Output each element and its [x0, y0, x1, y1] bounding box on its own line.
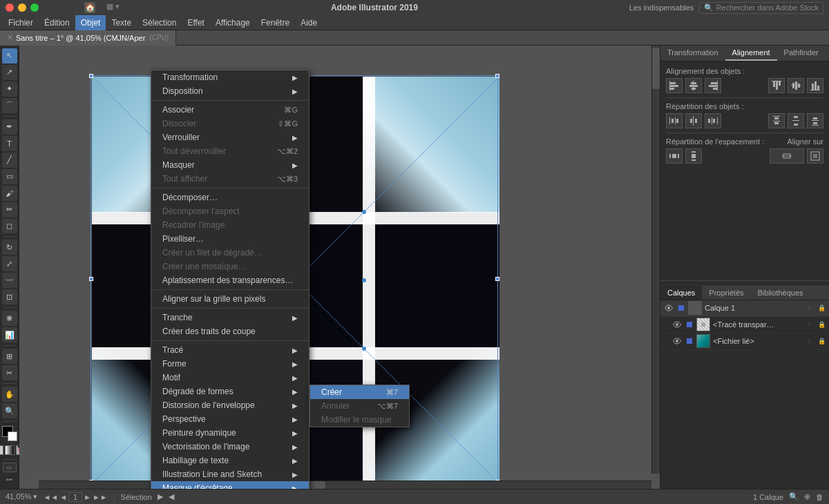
menu-masque-ecretage[interactable]: Masque d'écrêtage ▶: [151, 481, 309, 489]
screen-mode-btn[interactable]: ▭: [3, 463, 17, 472]
slice-tool[interactable]: ✂: [2, 365, 17, 380]
page-last[interactable]: ►►: [93, 493, 108, 501]
tab-transformation[interactable]: Transformation: [660, 46, 725, 61]
menu-fenetre[interactable]: Fenêtre: [256, 15, 295, 30]
zoom-level[interactable]: 41,05% ▾: [6, 492, 37, 501]
pen-tool[interactable]: ✒: [2, 119, 17, 135]
layer-3[interactable]: <Fichier lié> ○ 🔒: [660, 333, 829, 350]
tool-mode-arrow[interactable]: ▶: [158, 492, 163, 501]
artboard-tool[interactable]: ⊞: [2, 349, 17, 364]
menu-vectorisation[interactable]: Vectorisation de l'image ▶: [151, 440, 309, 454]
menu-mosaique[interactable]: Créer une mosaïque…: [151, 260, 309, 273]
menu-pixelliser[interactable]: Pixelliser…: [151, 232, 309, 246]
type-tool[interactable]: T: [2, 136, 17, 151]
menu-motif[interactable]: Motif ▶: [151, 371, 309, 385]
doc-tab[interactable]: ✕ Sans titre – 1° @ 41,05% (CMJN/Aper (C…: [0, 30, 176, 46]
fill-stroke[interactable]: [2, 426, 17, 441]
menu-transformation[interactable]: Transformation ▶: [151, 70, 309, 84]
menu-peinture-dynamique[interactable]: Peinture dynamique ▶: [151, 426, 309, 440]
magic-wand-tool[interactable]: ✦: [2, 81, 17, 97]
scale-tool[interactable]: ⤢: [2, 256, 17, 271]
align-left-btn[interactable]: [666, 78, 683, 93]
menu-recadrer[interactable]: Recadrer l'image: [151, 218, 309, 232]
tab-bibliotheques[interactable]: Bibliothèques: [751, 286, 810, 300]
zoom-tool[interactable]: 🔍: [2, 403, 17, 418]
direct-selection-tool[interactable]: ↗: [2, 65, 17, 80]
extra-tools[interactable]: •••: [6, 474, 12, 486]
layer-visibility-1[interactable]: [663, 302, 674, 313]
paintbrush-tool[interactable]: 🖌: [2, 186, 17, 201]
menu-aide[interactable]: Aide: [295, 15, 323, 30]
new-layer-icon[interactable]: ⊕: [804, 492, 810, 501]
column-graph-tool[interactable]: 📊: [2, 327, 17, 342]
pencil-tool[interactable]: ✏: [2, 202, 17, 217]
dist-bottom-btn[interactable]: [807, 113, 823, 128]
menu-aplatissement[interactable]: Aplatissement des transparences…: [151, 273, 309, 287]
solid-fill-icon[interactable]: [0, 445, 3, 455]
free-transform-tool[interactable]: ⊡: [2, 289, 17, 304]
page-first[interactable]: ◄◄: [43, 493, 58, 501]
line-tool[interactable]: ╱: [2, 153, 17, 168]
dist-top-btn[interactable]: [768, 113, 785, 128]
home-icon[interactable]: 🏠: [84, 2, 95, 13]
menu-tout-afficher[interactable]: Tout afficher ⌥⌘3: [151, 172, 309, 186]
hand-tool[interactable]: ✋: [2, 387, 17, 402]
gradient-fill-icon[interactable]: [5, 445, 15, 455]
app-switcher[interactable]: ▦ ▾: [106, 2, 120, 13]
menu-texte[interactable]: Texte: [106, 15, 137, 30]
menu-disposition[interactable]: Disposition ▶: [151, 84, 309, 98]
dist-center-h-btn[interactable]: [685, 113, 702, 128]
zoom-down-arrow[interactable]: ▾: [33, 492, 37, 501]
align-to-page-btn[interactable]: [807, 148, 823, 164]
align-top-btn[interactable]: [768, 78, 785, 93]
menu-edition[interactable]: Édition: [39, 15, 75, 30]
align-right-btn[interactable]: [705, 78, 721, 93]
menu-verrouiller[interactable]: Verrouiller ▶: [151, 130, 309, 144]
delete-layer-icon[interactable]: 🗑: [816, 493, 823, 501]
search-layers-icon[interactable]: 🔍: [789, 492, 799, 501]
menu-fichier[interactable]: Fichier: [3, 15, 39, 30]
layer-options-1[interactable]: ○: [804, 303, 814, 313]
menu-dissocier[interactable]: Dissocier ⇧⌘G: [151, 117, 309, 130]
tool-options-arrow[interactable]: ◀: [169, 492, 174, 501]
align-to-btn[interactable]: [770, 148, 804, 164]
align-bottom-btn[interactable]: [807, 78, 823, 93]
dist-right-btn[interactable]: [705, 113, 721, 128]
page-prev[interactable]: ◄: [59, 493, 67, 501]
menu-illustration-line[interactable]: Illustration Line and Sketch ▶: [151, 467, 309, 481]
dist-middle-btn[interactable]: [788, 113, 804, 128]
menu-forme[interactable]: Forme ▶: [151, 357, 309, 371]
menu-tout-deverrouiller[interactable]: Tout déverrouiller ⌥⌘2: [151, 144, 309, 158]
menu-trace[interactable]: Tracé ▶: [151, 343, 309, 357]
align-middle-btn[interactable]: [788, 78, 804, 93]
menu-selection[interactable]: Sélection: [137, 15, 182, 30]
menu-decomposer-aspect[interactable]: Décomposer l'aspect: [151, 204, 309, 218]
eraser-tool[interactable]: ◻: [2, 219, 17, 234]
symbol-sprayer-tool[interactable]: ❋: [2, 311, 17, 326]
close-tab-icon[interactable]: ✕: [7, 33, 13, 42]
lasso-tool[interactable]: ⌒: [2, 98, 17, 113]
submenu-modifier[interactable]: Modifier le masque: [310, 413, 409, 427]
menu-distorsion[interactable]: Distorsion de l'enveloppe ▶: [151, 398, 309, 412]
align-center-h-btn[interactable]: [685, 78, 702, 93]
menu-aligner-grille[interactable]: Aligner sur la grille en pixels: [151, 292, 309, 306]
menu-habillage-texte[interactable]: Habillage de texte ▶: [151, 454, 309, 467]
spacing-v-btn[interactable]: [685, 148, 702, 164]
menu-masquer[interactable]: Masquer ▶: [151, 158, 309, 172]
menu-decomposer[interactable]: Décomposer…: [151, 191, 309, 204]
layer-2[interactable]: ▦ <Tracé transpar… ○ 🔒: [660, 317, 829, 333]
dist-left-btn[interactable]: [666, 113, 683, 128]
layer-visibility-3[interactable]: [671, 336, 683, 347]
menu-objet[interactable]: Objet: [75, 15, 106, 30]
warp-tool[interactable]: 〰: [2, 273, 17, 288]
menu-associer[interactable]: Associer ⌘G: [151, 103, 309, 117]
layer-lock-1[interactable]: 🔒: [817, 303, 826, 313]
selection-tool[interactable]: ↖: [2, 48, 17, 64]
submenu-creer[interactable]: Créer ⌘7: [310, 385, 409, 399]
tab-alignement[interactable]: Alignement: [725, 46, 777, 61]
layer-lock-2[interactable]: 🔒: [817, 320, 826, 329]
menu-tranche[interactable]: Tranche ▶: [151, 311, 309, 324]
page-next[interactable]: ►: [84, 493, 91, 501]
menu-filet-degrade[interactable]: Créer un filet de dégradé…: [151, 246, 309, 260]
rotate-tool[interactable]: ↻: [2, 240, 17, 255]
